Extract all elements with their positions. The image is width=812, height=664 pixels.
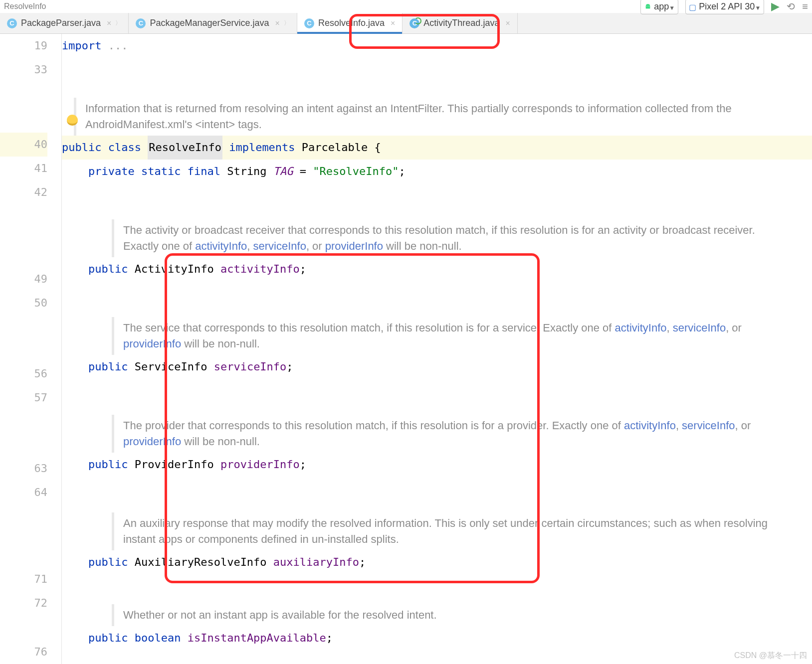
close-icon[interactable]: × bbox=[275, 19, 280, 28]
javadoc: The activity or broadcast receiver that … bbox=[112, 219, 812, 257]
class-icon: C bbox=[136, 18, 146, 28]
editor[interactable]: 19 33 40 41 42 49 50 56 57 63 64 71 72 7… bbox=[0, 34, 812, 664]
watermark: CSDN @慕冬一十四 bbox=[734, 651, 807, 661]
tab-label: ActivityThread.java bbox=[423, 18, 499, 28]
code-line: public ActivityInfo activityInfo; bbox=[62, 257, 812, 281]
tab-label: PackageManagerService.java bbox=[150, 18, 269, 28]
gutter: 19 33 40 41 42 49 50 56 57 63 64 71 72 7… bbox=[0, 34, 62, 664]
close-icon[interactable]: × bbox=[391, 19, 395, 28]
javadoc: The service that corresponds to this res… bbox=[112, 317, 812, 355]
tab-bar: C PackageParser.java × 〉 C PackageManage… bbox=[0, 13, 812, 34]
tab-resolve-info[interactable]: C ResolveInfo.java × bbox=[297, 13, 403, 33]
code-line: public ProviderInfo providerInfo; bbox=[62, 453, 812, 477]
tab-package-parser[interactable]: C PackageParser.java × 〉 bbox=[0, 13, 129, 33]
javadoc: An auxiliary response that may modify th… bbox=[112, 512, 812, 550]
android-icon bbox=[644, 2, 652, 10]
code-line: private static final String TAG = "Resol… bbox=[62, 160, 812, 183]
chevron-down-icon: ▼ bbox=[755, 4, 761, 11]
code-line: public boolean isInstantAppAvailable; bbox=[62, 626, 812, 650]
tab-label: PackageParser.java bbox=[21, 18, 101, 28]
chevron-right-icon: 〉 bbox=[284, 19, 290, 27]
tab-activity-thread[interactable]: C ActivityThread.java × bbox=[403, 13, 517, 33]
javadoc: Information that is returned from resolv… bbox=[74, 98, 812, 136]
structure-icon[interactable]: ≡ bbox=[802, 1, 808, 12]
run-config-label: app bbox=[654, 1, 669, 11]
svg-point-1 bbox=[649, 5, 649, 6]
javadoc: The provider that corresponds to this re… bbox=[112, 415, 812, 453]
class-reload-icon: C bbox=[409, 18, 419, 28]
close-icon[interactable]: × bbox=[505, 19, 510, 28]
svg-point-0 bbox=[647, 5, 647, 6]
tab-label: ResolveInfo.java bbox=[318, 18, 385, 28]
tab-package-manager-service[interactable]: C PackageManagerService.java × 〉 bbox=[129, 13, 297, 33]
device-combo[interactable]: ▢ Pixel 2 API 30 ▼ bbox=[685, 0, 764, 14]
run-config-combo[interactable]: app ▼ bbox=[640, 0, 678, 14]
chevron-down-icon: ▼ bbox=[669, 4, 675, 11]
device-icon: ▢ bbox=[689, 2, 696, 12]
sync-icon[interactable]: ⟲ bbox=[787, 0, 795, 12]
code-line: public ServiceInfo serviceInfo; bbox=[62, 355, 812, 379]
chevron-right-icon: 〉 bbox=[115, 19, 121, 27]
run-icon[interactable]: ▶ bbox=[771, 0, 780, 13]
toolbar: ResolveInfo app ▼ ▢ Pixel 2 API 30 ▼ ▶ ⟲… bbox=[0, 0, 812, 13]
intention-bulb-icon[interactable] bbox=[67, 115, 78, 126]
breadcrumb: ResolveInfo bbox=[0, 2, 640, 11]
code-line: public class ResolveInfo implements Parc… bbox=[62, 136, 812, 160]
close-icon[interactable]: × bbox=[107, 19, 111, 28]
device-label: Pixel 2 API 30 bbox=[699, 1, 755, 11]
code-area[interactable]: import ... Information that is returned … bbox=[62, 34, 812, 664]
class-icon: C bbox=[7, 18, 17, 28]
code-line: import ... bbox=[62, 34, 812, 58]
class-icon: C bbox=[304, 18, 314, 28]
javadoc: Whether or not an instant app is availab… bbox=[112, 604, 812, 626]
code-line: public AuxiliaryResolveInfo auxiliaryInf… bbox=[62, 550, 812, 574]
